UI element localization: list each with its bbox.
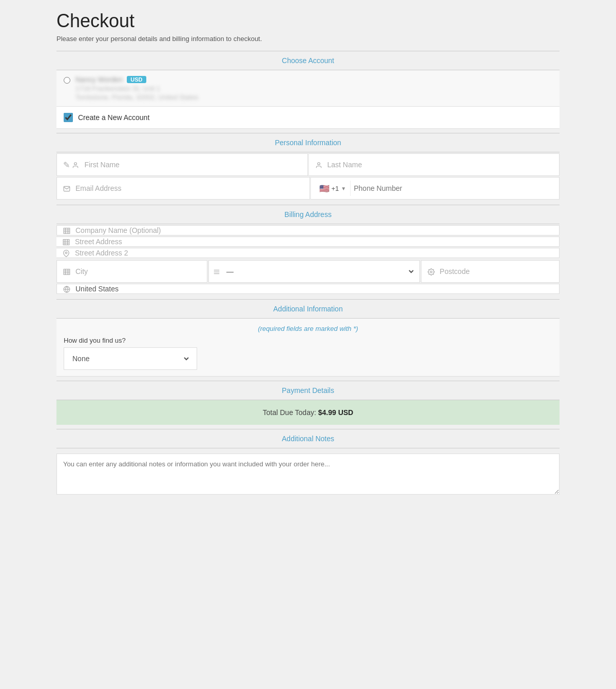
existing-address2: Tombstone, Florida, 32002, United States (75, 93, 552, 101)
billing-address-header: Billing Address (56, 205, 560, 224)
additional-info-section: Additional Information (required fields … (56, 299, 560, 377)
existing-account-radio[interactable] (64, 77, 70, 84)
email-input[interactable] (75, 184, 303, 192)
gear-icon (428, 267, 435, 276)
building-icon (63, 226, 70, 235)
state-icon (213, 267, 220, 276)
choose-account-header: Choose Account (56, 51, 560, 70)
total-value: $4.99 USD (318, 408, 353, 417)
choose-account-section: Choose Account Nancy Worden USD 1718 Fra… (56, 51, 560, 129)
globe-icon (63, 284, 70, 293)
additional-notes-section: Additional Notes (56, 429, 560, 496)
how-label: How did you find us? (64, 337, 552, 344)
company-input[interactable] (75, 226, 553, 234)
city-field[interactable] (56, 260, 207, 283)
street2-field[interactable] (56, 248, 560, 258)
notes-textarea[interactable] (56, 454, 560, 495)
city-icon (63, 267, 70, 276)
street1-field[interactable] (56, 237, 560, 247)
email-phone-row: 🇺🇸 +1 ▼ (56, 177, 560, 200)
svg-point-0 (74, 163, 77, 165)
page-title: Checkout (56, 10, 560, 32)
email-icon (63, 184, 70, 193)
billing-address-section: Billing Address (56, 205, 560, 295)
country-field[interactable] (56, 284, 560, 294)
street1-input[interactable] (75, 238, 553, 246)
phone-input[interactable] (351, 184, 555, 192)
existing-account-name: Nancy Worden USD (75, 75, 552, 84)
how-select-wrap[interactable]: None Google Facebook Twitter Friend Othe… (64, 347, 197, 370)
person2-icon (315, 160, 322, 169)
additional-notes-header: Additional Notes (56, 429, 560, 448)
required-fields-note: (required fields are marked with *) (64, 325, 552, 332)
country-input[interactable] (75, 285, 553, 293)
additional-info-header: Additional Information (56, 299, 560, 319)
svg-rect-13 (64, 269, 70, 275)
company-field[interactable] (56, 225, 560, 235)
last-name-input[interactable] (328, 161, 553, 169)
additional-info-content: (required fields are marked with *) How … (56, 319, 560, 377)
state-field[interactable]: — Alabama Alaska Arizona California Flor… (208, 260, 420, 283)
create-account-row[interactable]: Create a New Account (56, 107, 560, 129)
page-subtitle: Please enter your personal details and b… (56, 35, 560, 43)
personal-info-header: Personal Information (56, 133, 560, 152)
existing-account-option[interactable]: Nancy Worden USD 1718 Frankenstein St, U… (56, 70, 560, 107)
svg-point-12 (65, 252, 67, 254)
flag-icon: 🇺🇸 (319, 184, 330, 193)
svg-point-21 (430, 271, 432, 273)
page-container: Checkout Please enter your personal deta… (46, 0, 570, 517)
city-state-postcode-row: — Alabama Alaska Arizona California Flor… (56, 260, 560, 283)
city-input[interactable] (75, 267, 201, 275)
person-icon: ✎ (63, 160, 79, 170)
first-name-field[interactable]: ✎ (56, 153, 308, 176)
personal-info-section: Personal Information ✎ (56, 133, 560, 201)
postcode-input[interactable] (440, 267, 553, 275)
phone-prefix-text: +1 (332, 185, 339, 192)
svg-rect-2 (64, 228, 70, 234)
map-pin-icon (63, 248, 70, 258)
usd-badge: USD (127, 76, 146, 83)
postcode-field[interactable] (421, 260, 560, 283)
svg-point-1 (317, 163, 320, 165)
phone-field[interactable]: 🇺🇸 +1 ▼ (310, 177, 560, 200)
svg-rect-7 (63, 240, 69, 245)
total-bar: Total Due Today: $4.99 USD (56, 400, 560, 425)
name-row: ✎ (56, 153, 560, 176)
phone-prefix[interactable]: 🇺🇸 +1 ▼ (315, 181, 351, 196)
street-icon (63, 237, 70, 246)
street2-input[interactable] (75, 249, 553, 257)
create-account-checkbox[interactable] (64, 113, 73, 122)
first-name-input[interactable] (84, 161, 301, 169)
prefix-dropdown-icon[interactable]: ▼ (341, 186, 346, 191)
existing-account-info: Nancy Worden USD 1718 Frankenstein St, U… (75, 75, 552, 101)
payment-details-section: Payment Details Total Due Today: $4.99 U… (56, 381, 560, 425)
email-field[interactable] (56, 177, 310, 200)
last-name-field[interactable] (308, 153, 560, 176)
create-account-label[interactable]: Create a New Account (78, 113, 149, 122)
how-select[interactable]: None Google Facebook Twitter Friend Othe… (70, 354, 190, 363)
payment-details-header: Payment Details (56, 381, 560, 400)
state-select[interactable]: — Alabama Alaska Arizona California Flor… (224, 267, 415, 276)
existing-address1: 1718 Frankenstein St, Unit 1 (75, 85, 552, 92)
